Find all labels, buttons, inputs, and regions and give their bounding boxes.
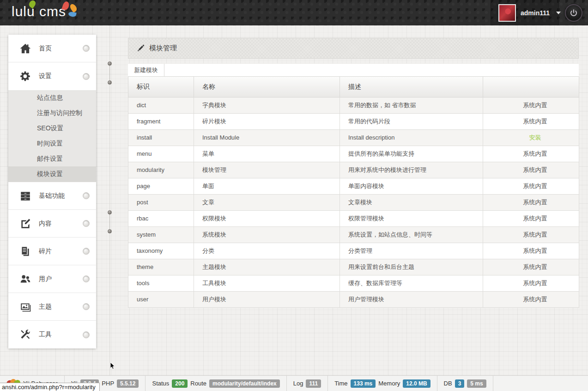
submenu-item-time[interactable]: 时间设置 (8, 136, 96, 151)
cell-action: 系统内置 (483, 97, 579, 113)
cell-desc: 提供所有的菜单功能支持 (340, 146, 483, 162)
sidebar-item-label: 用户 (39, 275, 83, 283)
logout-button[interactable] (565, 4, 582, 22)
sidebar-item-label: 工具 (39, 330, 83, 339)
sidebar-item-tools[interactable]: 工具 (8, 321, 96, 348)
submenu-item-register[interactable]: 注册与访问控制 (8, 105, 96, 121)
cell-id: taxonomy (128, 243, 194, 259)
cell-name: 碎片模块 (194, 113, 340, 129)
cell-action: 系统内置 (483, 178, 579, 194)
php-version-badge: 5.5.12 (117, 379, 139, 388)
submenu-item-mail[interactable]: 邮件设置 (8, 151, 96, 166)
cell-id: install (128, 129, 194, 146)
user-menu-button[interactable]: admin111 (491, 0, 559, 25)
db-label: DB (444, 380, 452, 387)
cell-name: 权限模块 (194, 210, 340, 226)
tab-bar: 新建模块 (128, 63, 579, 77)
cell-action: 系统内置 (483, 113, 579, 129)
table-row: fragment碎片模块常用的代码片段系统内置 (128, 113, 579, 129)
time-label: Time (334, 380, 347, 387)
sidebar-item-home[interactable]: 首页 (8, 35, 96, 62)
debug-log-section[interactable]: Log 111 (287, 376, 328, 391)
cell-name: 菜单 (194, 146, 340, 162)
cell-desc: 系统设置，如站点信息、时间等 (340, 226, 483, 243)
debug-request-section[interactable]: Status 200 Route modularity/default/inde… (145, 376, 286, 391)
col-header-name: 名称 (194, 77, 340, 97)
cell-id: menu (128, 146, 194, 162)
sidebar-item-themes[interactable]: 主题 (8, 293, 96, 321)
table-row: rbac权限模块权限管理模块系统内置 (128, 210, 579, 226)
table-row: tools工具模块缓存、数据库管理等系统内置 (128, 275, 579, 291)
sidebar-item-label: 首页 (39, 44, 83, 53)
tab-new-module[interactable]: 新建模块 (128, 64, 164, 76)
app-logo: lulu cms (12, 4, 66, 19)
logo-petal-blue-icon (68, 12, 76, 18)
sidebar-item-settings[interactable]: 设置 (8, 62, 96, 90)
cell-desc: 常用的代码片段 (340, 113, 483, 129)
sidebar-item-label: 主题 (39, 303, 83, 311)
cell-desc: 分类管理 (340, 243, 483, 259)
collapse-toggle-icon[interactable] (83, 275, 90, 282)
tools-icon (18, 329, 32, 341)
power-section (559, 0, 588, 25)
sidebar-item-basics[interactable]: 基础功能 (8, 182, 96, 210)
collapse-toggle-icon[interactable] (83, 331, 90, 338)
handle-knob-icon (108, 80, 112, 85)
handle-knob-icon (108, 229, 112, 233)
table-row: post文章文章模块系统内置 (128, 194, 579, 210)
avatar (498, 4, 516, 22)
collapse-toggle-icon[interactable] (83, 192, 90, 199)
sidebar-item-content[interactable]: 内容 (8, 210, 96, 238)
cell-id: dict (128, 97, 194, 113)
collapse-toggle-icon[interactable] (83, 248, 90, 255)
top-header: lulu cms admin111 (0, 0, 588, 25)
cell-action: 系统内置 (483, 194, 579, 210)
sidebar-item-label: 基础功能 (39, 192, 83, 200)
cell-id: post (128, 194, 194, 210)
handle-knob-icon (108, 61, 112, 66)
cell-desc: 常用的数据，如 省市数据 (340, 97, 483, 113)
page-title: 模块管理 (149, 44, 177, 53)
cell-desc: 用来设置前台和后台主题 (340, 259, 483, 275)
table-header-row: 标识 名称 描述 (128, 77, 579, 97)
mouse-cursor-icon (110, 362, 116, 370)
pencil-icon (137, 44, 145, 52)
col-header-desc: 描述 (340, 77, 483, 97)
sidebar-item-users[interactable]: 用户 (8, 265, 96, 293)
memory-badge: 12.0 MB (403, 379, 430, 388)
collapse-toggle-icon[interactable] (83, 73, 90, 80)
submenu-item-seo[interactable]: SEO设置 (8, 121, 96, 136)
cell-desc: 用户管理模块 (340, 291, 483, 307)
submenu-item-modules[interactable]: 模块设置 (8, 166, 96, 182)
collapse-toggle-icon[interactable] (83, 303, 90, 310)
cell-id: rbac (128, 210, 194, 226)
collapse-toggle-icon[interactable] (83, 220, 90, 227)
sidebar-item-fragments[interactable]: 碎片 (8, 238, 96, 265)
image-icon (18, 301, 32, 313)
cell-action: 系统内置 (483, 259, 579, 275)
table-row: user用户模块用户管理模块系统内置 (128, 291, 579, 307)
settings-submenu: 站点信息 注册与访问控制 SEO设置 时间设置 邮件设置 模块设置 (8, 90, 96, 182)
debug-profiling-section[interactable]: Time 133 ms Memory 12.0 MB (328, 376, 437, 391)
cell-id: user (128, 291, 194, 307)
collapse-toggle-icon[interactable] (83, 45, 90, 52)
handle-knob-icon (108, 210, 112, 214)
cell-action: 系统内置 (483, 210, 579, 226)
cell-desc: Install description (340, 129, 483, 146)
submenu-item-site-info[interactable]: 站点信息 (8, 90, 96, 105)
table-row: installInstall ModuleInstall description… (128, 129, 579, 146)
cell-name: 工具模块 (194, 275, 340, 291)
install-link[interactable]: 安装 (483, 129, 579, 146)
cell-action: 系统内置 (483, 243, 579, 259)
col-header-id: 标识 (128, 77, 194, 97)
resize-handle-bottom[interactable] (108, 210, 112, 233)
handle-bar-icon (109, 66, 110, 80)
status-badge: 200 (172, 379, 188, 388)
php-label: PHP (102, 380, 114, 387)
resize-handle-top[interactable] (108, 61, 112, 85)
cell-name: 分类 (194, 243, 340, 259)
cell-name: 用户模块 (194, 291, 340, 307)
cell-action: 系统内置 (483, 146, 579, 162)
debug-db-section[interactable]: DB 3 5 ms (437, 376, 493, 391)
cell-name: 文章 (194, 194, 340, 210)
